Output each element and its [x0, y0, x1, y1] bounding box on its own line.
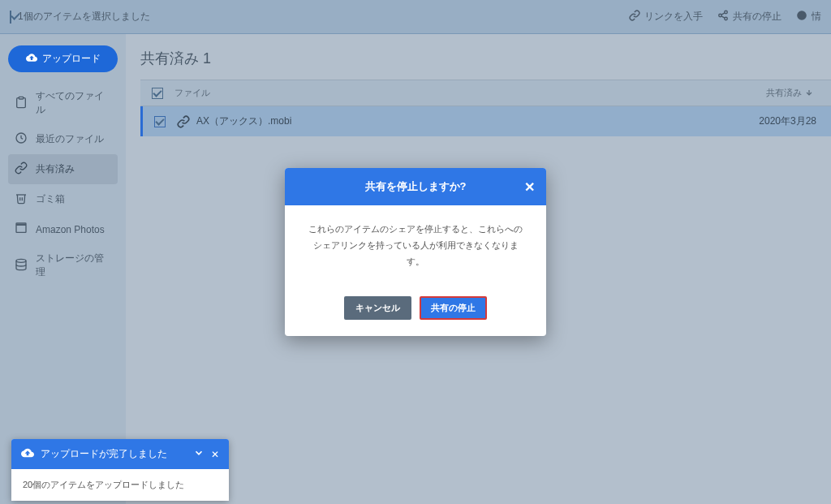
toast-body: 20個のアイテムをアップロードしました: [11, 469, 229, 501]
modal-body: これらのアイテムのシェアを停止すると、これらへのシェアリンクを持っている人が利用…: [285, 205, 546, 286]
cancel-button[interactable]: キャンセル: [344, 296, 411, 320]
close-icon: ✕: [211, 449, 219, 460]
toast-collapse-button[interactable]: [193, 447, 205, 461]
confirm-stop-button[interactable]: 共有の停止: [420, 296, 487, 320]
modal-footer: キャンセル 共有の停止: [285, 286, 546, 336]
modal-overlay: 共有を停止しますか? ✕ これらのアイテムのシェアを停止すると、これらへのシェア…: [0, 0, 831, 504]
modal-header: 共有を停止しますか? ✕: [285, 168, 546, 205]
upload-toast: アップロードが完了しました ✕ 20個のアイテムをアップロードしました: [11, 439, 229, 501]
toast-header: アップロードが完了しました ✕: [11, 439, 229, 469]
toast-close-button[interactable]: ✕: [211, 449, 219, 460]
stop-sharing-modal: 共有を停止しますか? ✕ これらのアイテムのシェアを停止すると、これらへのシェア…: [285, 168, 546, 335]
modal-close-button[interactable]: ✕: [524, 179, 535, 195]
toast-title: アップロードが完了しました: [41, 447, 167, 461]
close-icon: ✕: [524, 180, 535, 194]
modal-title: 共有を停止しますか?: [365, 179, 467, 194]
chevron-down-icon: [193, 450, 205, 461]
cloud-upload-icon: [21, 446, 34, 462]
